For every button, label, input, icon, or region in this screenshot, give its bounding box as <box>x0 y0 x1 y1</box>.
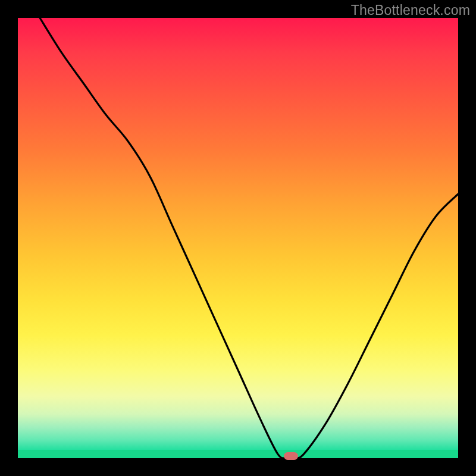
chart-frame: TheBottleneck.com <box>0 0 476 476</box>
watermark-text: TheBottleneck.com <box>351 2 470 18</box>
curve-layer <box>18 18 458 458</box>
optimal-point-marker <box>284 452 298 460</box>
bottleneck-curve <box>40 18 458 459</box>
